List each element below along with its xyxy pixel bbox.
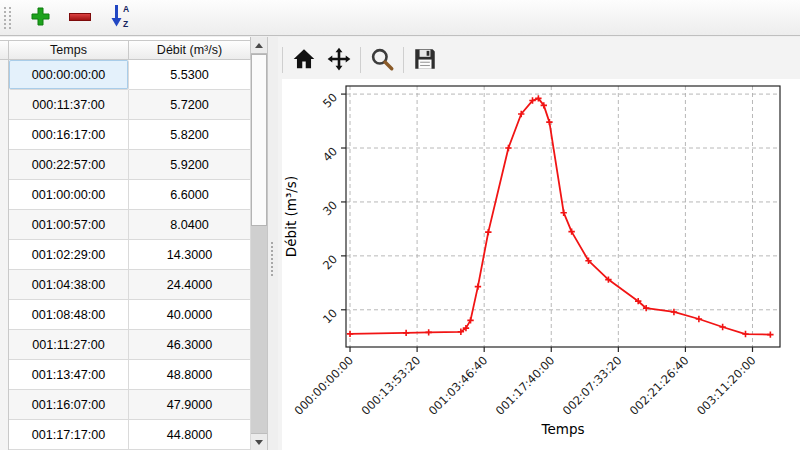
- cell-temps[interactable]: 001:00:57:00: [9, 210, 129, 240]
- table-row: 001:04:38:0024.4000: [9, 270, 251, 300]
- cell-temps[interactable]: 001:16:07:00: [9, 390, 129, 420]
- cell-temps[interactable]: 001:13:47:00: [9, 360, 129, 390]
- data-marker: [425, 329, 431, 335]
- x-tick-label: 001:17:40:00: [493, 353, 558, 418]
- x-tick-label: 000:00:00:00: [291, 353, 356, 418]
- x-tick-label: 001:03:46:40: [426, 353, 491, 418]
- toolbar-separator: [360, 47, 361, 73]
- x-tick-label: 003:11:20:00: [694, 353, 759, 418]
- cell-debit[interactable]: 6.6000: [129, 180, 251, 210]
- cell-debit[interactable]: 5.9200: [129, 150, 251, 180]
- chart-panel: 000:00:00:00000:13:53:20001:03:46:40001:…: [278, 37, 800, 450]
- data-marker: [719, 324, 725, 330]
- data-marker: [403, 330, 409, 336]
- chart-figure[interactable]: 000:00:00:00000:13:53:20001:03:46:40001:…: [282, 79, 800, 450]
- data-table: Temps Débit (m³/s) 000:00:00:005.5300000…: [0, 37, 251, 450]
- cell-temps[interactable]: 000:16:17:00: [9, 120, 129, 150]
- magnifier-icon: [369, 46, 395, 75]
- splitter-grip: [271, 242, 274, 276]
- y-tick-label: 40: [320, 144, 340, 164]
- table-header: Temps Débit (m³/s): [9, 40, 251, 60]
- add-row-button[interactable]: [27, 4, 53, 32]
- cell-temps[interactable]: 000:11:37:00: [9, 90, 129, 120]
- cell-temps[interactable]: 000:22:57:00: [9, 150, 129, 180]
- data-marker: [485, 229, 491, 235]
- cell-debit[interactable]: 8.0400: [129, 210, 251, 240]
- table-corner: [0, 40, 9, 60]
- cell-debit[interactable]: 46.3000: [129, 330, 251, 360]
- table-row: 000:11:37:005.7200: [9, 90, 251, 120]
- data-marker: [505, 145, 511, 151]
- hydrograph-chart[interactable]: 000:00:00:00000:13:53:20001:03:46:40001:…: [282, 79, 800, 450]
- toolbar-drag-handle[interactable]: [4, 7, 11, 29]
- toolbar-separator: [282, 47, 283, 73]
- table-vertical-scrollbar[interactable]: [251, 37, 268, 450]
- save-button[interactable]: [411, 46, 439, 74]
- cell-debit[interactable]: 44.8000: [129, 420, 251, 450]
- table-row: 000:22:57:005.9200: [9, 150, 251, 180]
- panel-splitter[interactable]: [268, 37, 278, 450]
- cell-debit[interactable]: 48.8000: [129, 360, 251, 390]
- triangle-down-icon: [255, 440, 263, 445]
- y-tick-label: 50: [320, 90, 340, 110]
- minus-icon: [68, 6, 92, 30]
- y-tick-label: 30: [320, 198, 340, 218]
- column-header-debit[interactable]: Débit (m³/s): [129, 40, 251, 60]
- data-marker: [696, 316, 702, 322]
- cell-debit[interactable]: 47.9000: [129, 390, 251, 420]
- home-icon: [291, 46, 317, 75]
- table-row: 001:08:48:0040.0000: [9, 300, 251, 330]
- x-tick-label: 002:07:33:20: [560, 353, 625, 418]
- sort-button[interactable]: A Z: [107, 4, 133, 32]
- main-toolbar: A Z: [0, 0, 800, 36]
- zoom-button[interactable]: [368, 46, 396, 74]
- cell-debit[interactable]: 5.7200: [129, 90, 251, 120]
- plot-border: [346, 86, 780, 347]
- x-tick-label: 000:13:53:20: [359, 353, 424, 418]
- table-body: 000:00:00:005.5300000:11:37:005.7200000:…: [9, 60, 251, 450]
- cell-temps[interactable]: 001:17:17:00: [9, 420, 129, 450]
- remove-row-button[interactable]: [67, 4, 93, 32]
- cell-debit[interactable]: 24.4000: [129, 270, 251, 300]
- home-button[interactable]: [290, 46, 318, 74]
- cell-debit[interactable]: 40.0000: [129, 300, 251, 330]
- cell-debit[interactable]: 5.8200: [129, 120, 251, 150]
- svg-text:A: A: [123, 4, 129, 14]
- table-row: 001:00:00:006.6000: [9, 180, 251, 210]
- data-marker: [347, 331, 353, 337]
- data-marker: [560, 210, 566, 216]
- table-row: 000:16:17:005.8200: [9, 120, 251, 150]
- column-header-temps[interactable]: Temps: [9, 40, 129, 60]
- scroll-down-button[interactable]: [251, 433, 267, 450]
- y-axis-label: Débit (m³/s): [283, 176, 299, 257]
- scroll-up-button[interactable]: [251, 37, 267, 54]
- table-row-header-strip: [0, 60, 9, 450]
- triangle-up-icon: [255, 43, 263, 48]
- table-row: 001:02:29:0014.3000: [9, 240, 251, 270]
- y-tick-label: 10: [320, 306, 340, 326]
- cell-debit[interactable]: 5.5300: [129, 60, 251, 90]
- flow-line: [350, 98, 770, 334]
- cell-temps[interactable]: 001:02:29:00: [9, 240, 129, 270]
- table-row: 001:00:57:008.0400: [9, 210, 251, 240]
- cell-debit[interactable]: 14.3000: [129, 240, 251, 270]
- sort-az-icon: A Z: [109, 3, 131, 32]
- chart-toolbar: [278, 43, 439, 77]
- table-row: 001:16:07:0047.9000: [9, 390, 251, 420]
- cell-temps[interactable]: 000:00:00:00: [9, 60, 129, 90]
- data-marker: [767, 331, 773, 337]
- pan-button[interactable]: [325, 46, 353, 74]
- scrollbar-thumb[interactable]: [251, 54, 267, 226]
- cell-temps[interactable]: 001:08:48:00: [9, 300, 129, 330]
- x-axis-label: Temps: [540, 421, 584, 437]
- cell-temps[interactable]: 001:11:27:00: [9, 330, 129, 360]
- table-row: 001:17:17:0044.8000: [9, 420, 251, 450]
- plus-icon: [30, 6, 51, 30]
- cell-temps[interactable]: 001:04:38:00: [9, 270, 129, 300]
- data-marker: [475, 283, 481, 289]
- save-icon: [412, 46, 438, 75]
- table-row: 001:11:27:0046.3000: [9, 330, 251, 360]
- x-tick-label: 002:21:26:40: [627, 353, 692, 418]
- table-row: 001:13:47:0048.8000: [9, 360, 251, 390]
- cell-temps[interactable]: 001:00:00:00: [9, 180, 129, 210]
